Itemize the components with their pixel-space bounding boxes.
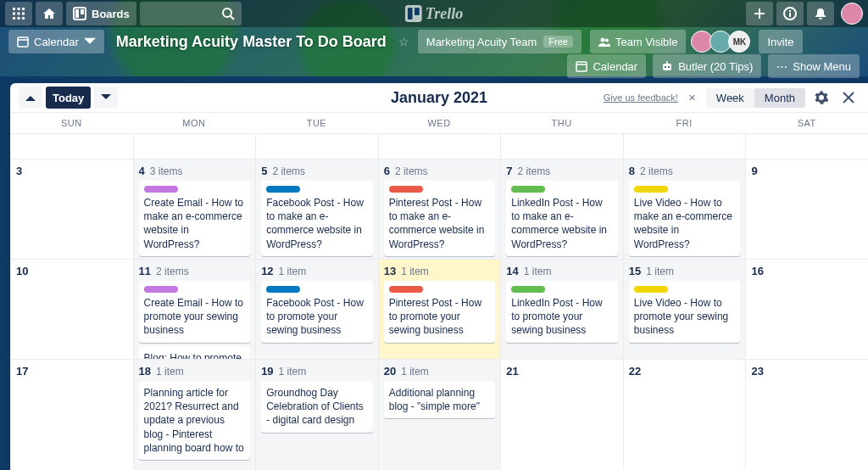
card-text: LinkedIn Post - How to make an e-commerc… bbox=[511, 196, 613, 251]
calendar-card[interactable]: Live Video - How to make an e-commerce w… bbox=[629, 181, 741, 256]
close-button[interactable] bbox=[837, 87, 860, 109]
calendar-card[interactable]: Facebook Post - How to make an e-commerc… bbox=[261, 181, 373, 256]
calendar-cell[interactable] bbox=[133, 133, 256, 159]
day-number: 82 items bbox=[629, 165, 741, 177]
day-number: 9 bbox=[751, 165, 863, 177]
card-text: Groundhog Day Celebration of Clients - d… bbox=[266, 386, 368, 428]
calendar-cell[interactable]: 17 bbox=[10, 359, 133, 470]
calendar-cell[interactable]: 62 itemsPinterest Post - How to make an … bbox=[378, 159, 501, 259]
weekday-label: SAT bbox=[745, 113, 868, 133]
next-button[interactable] bbox=[94, 87, 118, 109]
calendar-cell[interactable]: 21 bbox=[500, 359, 623, 470]
user-avatar[interactable] bbox=[841, 3, 863, 25]
calendar-cell[interactable]: 23 bbox=[745, 359, 868, 470]
settings-button[interactable] bbox=[810, 87, 832, 109]
calendar-cell[interactable]: 22 bbox=[623, 359, 746, 470]
calendar-cell[interactable]: 82 itemsLive Video - How to make an e-co… bbox=[623, 159, 746, 259]
apps-button[interactable] bbox=[5, 2, 32, 25]
feedback-dismiss[interactable]: ✕ bbox=[688, 92, 696, 104]
calendar-card[interactable]: Groundhog Day Celebration of Clients - d… bbox=[261, 381, 373, 433]
star-button[interactable]: ☆ bbox=[398, 35, 409, 48]
weekday-label: FRI bbox=[623, 113, 746, 133]
visibility-button[interactable]: Team Visible bbox=[590, 30, 686, 53]
day-number: 3 bbox=[16, 165, 128, 177]
board-title[interactable]: Marketing Acuity Master To Do Board bbox=[113, 33, 390, 51]
calendar-cell[interactable] bbox=[623, 133, 746, 159]
butler-icon bbox=[661, 60, 673, 72]
calendar-cell[interactable]: 131 itemPinterest Post - How to promote … bbox=[378, 259, 501, 359]
notifications-button[interactable] bbox=[807, 2, 834, 25]
calendar-cell[interactable]: 10 bbox=[10, 259, 133, 359]
card-text: Create Email - How to make an e-commerce… bbox=[144, 196, 246, 251]
svg-rect-11 bbox=[81, 9, 84, 14]
calendar-cell[interactable] bbox=[745, 133, 868, 159]
card-label-chip bbox=[266, 286, 300, 293]
calendar-cell[interactable] bbox=[10, 133, 133, 159]
calendar-card[interactable]: Additional planning blog - "simple more" bbox=[384, 381, 496, 418]
calendar-cell[interactable]: 9 bbox=[745, 159, 868, 259]
svg-rect-10 bbox=[75, 9, 79, 18]
info-button[interactable] bbox=[776, 2, 804, 25]
svg-rect-1 bbox=[18, 8, 20, 10]
day-number: 141 item bbox=[506, 265, 618, 277]
calendar-cell[interactable]: 191 itemGroundhog Day Celebration of Cli… bbox=[255, 359, 378, 470]
search-box[interactable] bbox=[140, 2, 242, 25]
board-header: Calendar Marketing Acuity Master To Do B… bbox=[0, 27, 868, 56]
app-logo[interactable]: Trello bbox=[405, 5, 463, 23]
weekday-label: SUN bbox=[10, 113, 133, 133]
calendar-card[interactable]: Planning article for 2021? Resurrect and… bbox=[139, 381, 251, 460]
calendar-cell[interactable]: 121 itemFacebook Post - How to promote y… bbox=[255, 259, 378, 359]
boards-label: Boards bbox=[92, 8, 130, 20]
team-label: Marketing Acuity Team bbox=[426, 36, 537, 48]
calendar-cell[interactable]: 151 itemLive Video - How to promote your… bbox=[623, 259, 746, 359]
home-button[interactable] bbox=[36, 2, 63, 25]
calendar-cell[interactable] bbox=[500, 133, 623, 159]
items-count: 1 item bbox=[279, 366, 307, 378]
calendar-cell[interactable]: 43 itemsCreate Email - How to make an e-… bbox=[133, 159, 256, 259]
day-number: 112 items bbox=[139, 265, 251, 277]
calendar-cell[interactable] bbox=[255, 133, 378, 159]
calendar-cell[interactable]: 72 itemsLinkedIn Post - How to make an e… bbox=[500, 159, 623, 259]
calendar-card[interactable]: Pinterest Post - How to make an e-commer… bbox=[384, 181, 496, 256]
calendar-cell[interactable]: 52 itemsFacebook Post - How to make an e… bbox=[255, 159, 378, 259]
day-number: 21 bbox=[506, 365, 618, 378]
items-count: 1 item bbox=[401, 366, 429, 378]
calendar-card[interactable]: LinkedIn Post - How to make an e-commerc… bbox=[506, 181, 618, 256]
apps-grid-icon bbox=[12, 7, 25, 20]
today-button[interactable]: Today bbox=[46, 87, 91, 109]
calendar-cell[interactable]: 16 bbox=[745, 259, 868, 359]
feedback-link[interactable]: Give us feedback! bbox=[604, 92, 678, 103]
month-button[interactable]: Month bbox=[754, 88, 805, 108]
powerup-label: Calendar bbox=[34, 36, 79, 48]
day-number: 131 item bbox=[384, 265, 496, 277]
butler-button[interactable]: Butler (20 Tips) bbox=[653, 54, 761, 78]
calendar-cell[interactable]: 181 itemPlanning article for 2021? Resur… bbox=[133, 359, 256, 470]
day-number: 191 item bbox=[261, 365, 373, 378]
calendar-cell[interactable]: 141 itemLinkedIn Post - How to promote y… bbox=[500, 259, 623, 359]
calendar-card[interactable]: Live Video - How to promote your sewing … bbox=[629, 281, 741, 343]
calendar-card[interactable]: Create Email - How to make an e-commerce… bbox=[139, 181, 251, 256]
calendar-card[interactable]: Facebook Post - How to promote your sewi… bbox=[261, 281, 373, 343]
boards-button[interactable]: Boards bbox=[66, 2, 136, 25]
items-count: 2 items bbox=[395, 165, 428, 177]
calendar-card[interactable]: Create Email - How to promote your sewin… bbox=[139, 281, 251, 343]
calendar-cell[interactable]: 112 itemsCreate Email - How to promote y… bbox=[133, 259, 256, 359]
app-header: Boards Trello bbox=[0, 0, 868, 27]
invite-button[interactable]: Invite bbox=[759, 30, 802, 53]
member-avatar[interactable]: MK bbox=[728, 31, 750, 53]
calendar-card[interactable]: Blog: How to promote bbox=[139, 346, 251, 359]
team-button[interactable]: Marketing Acuity Team Free bbox=[418, 30, 581, 53]
items-count: 2 items bbox=[156, 266, 189, 277]
add-button[interactable] bbox=[746, 2, 773, 25]
calendar-card[interactable]: Pinterest Post - How to promote your sew… bbox=[384, 281, 496, 343]
show-menu-button[interactable]: ⋯ Show Menu bbox=[768, 54, 860, 78]
calendar-view-button[interactable]: Calendar bbox=[567, 54, 646, 78]
calendar-cell[interactable] bbox=[378, 133, 501, 159]
calendar-cell[interactable]: 3 bbox=[10, 159, 133, 259]
calendar-cell[interactable]: 201 itemAdditional planning blog - "simp… bbox=[378, 359, 501, 470]
powerup-dropdown[interactable]: Calendar bbox=[8, 30, 104, 53]
calendar-card[interactable]: LinkedIn Post - How to promote your sewi… bbox=[506, 281, 618, 343]
prev-button[interactable] bbox=[19, 87, 42, 109]
home-icon bbox=[42, 7, 56, 20]
week-button[interactable]: Week bbox=[706, 88, 754, 108]
